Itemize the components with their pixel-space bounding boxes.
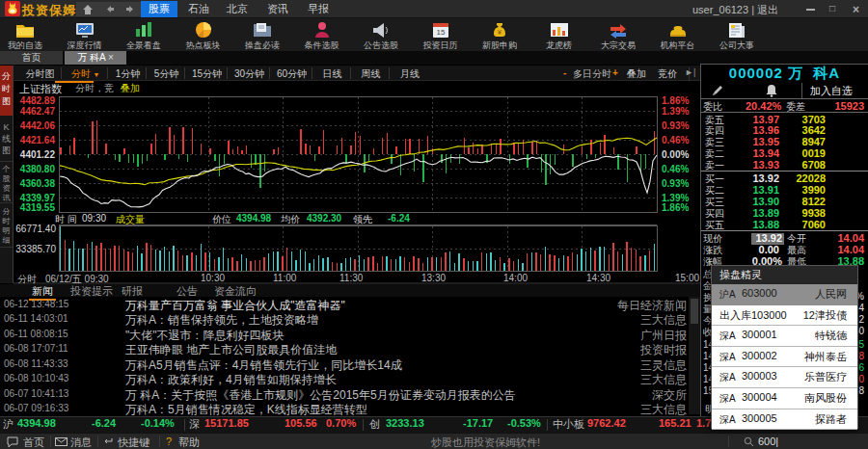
svg-text:15: 15 (436, 28, 445, 37)
svg-text:¥: ¥ (498, 29, 502, 36)
